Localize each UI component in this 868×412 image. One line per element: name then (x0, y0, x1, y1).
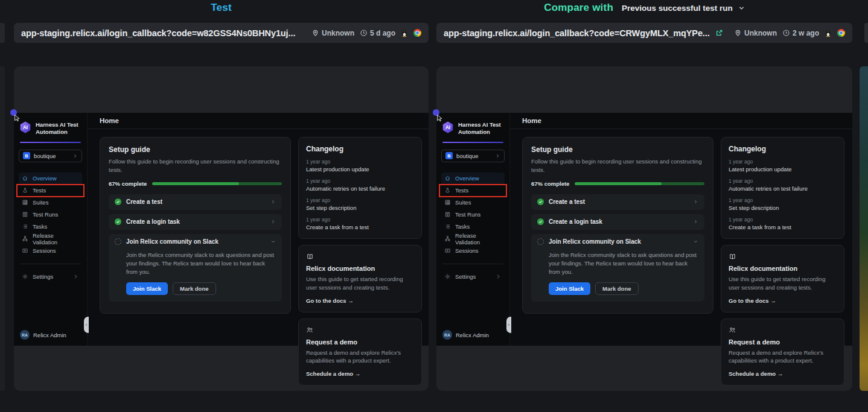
changelog-entry: 1 year ago Latest production update (729, 159, 837, 173)
linux-tux-icon (401, 29, 408, 37)
page-title: Home (522, 117, 541, 124)
project-selector[interactable]: B boutique (441, 150, 505, 162)
url-text: app-staging.relicx.ai/login_callback?cod… (444, 28, 710, 38)
embedded-app-screenshot: AI Harness AI Test Automation B boutique… (14, 113, 429, 346)
task-label: Join Relicx community on Slack (126, 238, 219, 245)
brand-divider (20, 142, 81, 143)
mark-done-button[interactable]: Mark done (595, 282, 639, 295)
svg-text:AI: AI (23, 125, 28, 130)
sidebar-nav: Overview Tests Suites Test Runs Tasks (441, 173, 505, 283)
user-name: Relicx Admin (33, 332, 66, 338)
embedded-app-screenshot: AI Harness AI Test Automation B boutique… (436, 113, 852, 346)
project-selector[interactable]: B boutique (19, 150, 82, 162)
sidebar-item-label: Settings (455, 273, 476, 280)
compare-screenshot[interactable]: AI Harness AI Test Automation B boutique… (436, 66, 852, 391)
sidebar-item-settings[interactable]: Settings (441, 271, 505, 283)
sidebar-item-sessions[interactable]: Sessions (19, 245, 82, 257)
compare-urlbar[interactable]: app-staging.relicx.ai/login_callback?cod… (436, 23, 852, 43)
changelog-text: Set step description (729, 204, 837, 211)
task-description: Join the Relicx community slack to ask q… (549, 251, 698, 277)
gear-icon (444, 273, 451, 280)
go-to-docs-link[interactable]: Go to the docs → (306, 297, 414, 304)
sidebar-item-test-runs[interactable]: Test Runs (441, 209, 505, 221)
setup-task-create-test[interactable]: Create a test (531, 194, 704, 210)
changelog-text: Set step description (306, 204, 414, 211)
progress-fill (152, 182, 239, 185)
brand: AI Harness AI Test Automation (19, 121, 82, 136)
progress-label: 67% complete (109, 180, 147, 187)
location-indicator: Unknown (311, 29, 354, 37)
sidebar-item-tasks[interactable]: Tasks (441, 221, 505, 233)
sidebar-item-release-validation[interactable]: Release Validation (19, 233, 82, 245)
sidebar-item-label: Overview (455, 175, 479, 182)
changelog-text: Latest production update (306, 166, 414, 173)
test-urlbar[interactable]: app-staging.relicx.ai/login_callback?cod… (14, 23, 429, 43)
check-icon (537, 198, 544, 205)
app-sidebar: AI Harness AI Test Automation B boutique… (436, 113, 510, 346)
sidebar-item-label: Release Validation (33, 232, 79, 246)
next-card-screenshot-sliver (860, 66, 868, 391)
external-link-icon[interactable] (715, 29, 723, 37)
documentation-description: Use this guide to get started recording … (729, 275, 837, 292)
user-menu[interactable]: RA Relicx Admin (20, 330, 66, 340)
sidebar-item-label: Sessions (33, 247, 56, 254)
chevron-right-icon (72, 153, 78, 159)
sidebar-item-suites[interactable]: Suites (441, 197, 505, 209)
sidebar-item-label: Overview (33, 175, 57, 182)
schedule-demo-link[interactable]: Schedule a demo → (306, 370, 414, 377)
age-label: 5 d ago (370, 29, 395, 37)
sidebar-collapse-handle[interactable]: ‹ (84, 317, 89, 333)
compare-with-label: Compare with (544, 2, 613, 14)
sidebar-item-tests[interactable]: Tests (19, 185, 82, 197)
setup-guide-description: Follow this guide to begin recording use… (531, 157, 704, 174)
sidebar-item-label: Tests (455, 187, 468, 194)
request-demo-description: Request a demo and explore Relicx's capa… (306, 349, 414, 366)
brand: AI Harness AI Test Automation (441, 121, 505, 136)
sidebar-item-tasks[interactable]: Tasks (19, 221, 82, 233)
progress-bar (575, 182, 704, 185)
setup-task-create-test[interactable]: Create a test (109, 194, 282, 210)
setup-task-join-slack[interactable]: Join Relicx community on Slack Join the … (109, 234, 282, 302)
sidebar-item-settings[interactable]: Settings (19, 271, 82, 283)
test-screenshot[interactable]: AI Harness AI Test Automation B boutique… (14, 66, 429, 391)
join-slack-button[interactable]: Join Slack (126, 282, 168, 295)
sidebar-item-sessions[interactable]: Sessions (441, 245, 505, 257)
people-icon (306, 326, 414, 334)
chevron-right-icon (693, 199, 698, 204)
sidebar-item-release-validation[interactable]: Release Validation (441, 233, 505, 245)
changelog-time: 1 year ago (306, 217, 414, 223)
sidebar-item-label: Suites (33, 199, 48, 206)
compare-run-dropdown[interactable]: Previous successful test run (622, 4, 745, 13)
setup-task-join-slack[interactable]: Join Relicx community on Slack Join the … (531, 234, 704, 302)
mark-done-button[interactable]: Mark done (173, 282, 216, 295)
cursor-icon (14, 115, 21, 122)
flask-icon (22, 187, 28, 194)
location-label: Unknown (744, 29, 777, 37)
columns-icon (22, 211, 28, 218)
setup-task-create-login-task[interactable]: Create a login task (109, 214, 282, 230)
schedule-demo-link[interactable]: Schedule a demo → (729, 370, 837, 377)
grid-icon (444, 199, 451, 206)
documentation-title: Relicx documentation (729, 265, 837, 272)
changelog-text: Automatic retries on test failure (306, 185, 414, 192)
go-to-docs-link[interactable]: Go to the docs → (729, 297, 837, 304)
linux-tux-icon (825, 29, 832, 37)
sidebar-item-test-runs[interactable]: Test Runs (19, 209, 82, 221)
sidebar-item-tests[interactable]: Tests (441, 185, 505, 197)
previous-card-screenshot-sliver (0, 66, 5, 391)
sidebar-item-overview[interactable]: Overview (19, 173, 82, 185)
avatar: RA (442, 330, 452, 340)
people-icon (729, 326, 837, 334)
check-icon (115, 198, 121, 205)
changelog-card: Changelog 1 year ago Latest production u… (298, 137, 422, 239)
sidebar-item-overview[interactable]: Overview (441, 173, 505, 185)
setup-task-create-login-task[interactable]: Create a login task (531, 214, 704, 230)
screen-icon (22, 247, 28, 254)
join-slack-button[interactable]: Join Slack (549, 282, 590, 295)
task-label: Create a login task (126, 218, 180, 225)
setup-guide-title: Setup guide (531, 145, 704, 154)
setup-guide-title: Setup guide (109, 145, 282, 154)
sidebar-collapse-handle[interactable]: ‹ (506, 317, 511, 333)
sidebar-item-suites[interactable]: Suites (19, 197, 82, 209)
user-menu[interactable]: RA Relicx Admin (442, 330, 489, 340)
